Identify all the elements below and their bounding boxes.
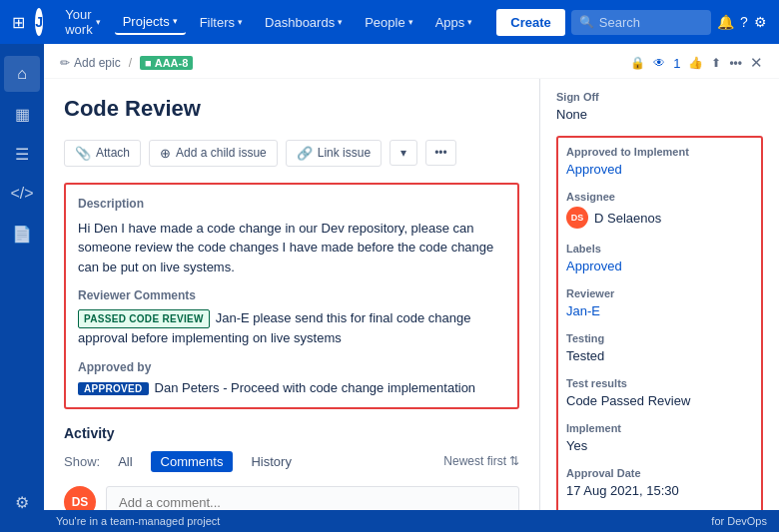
description-label: Description xyxy=(78,197,505,211)
more-options-icon[interactable]: ••• xyxy=(729,56,742,70)
filters-nav[interactable]: Filters ▾ xyxy=(192,11,251,34)
your-work-chevron: ▾ xyxy=(96,17,101,27)
breadcrumb: ✏ Add epic / ■ AAA-8 🔒 👁 1 👍 ⬆ ••• ✕ xyxy=(44,44,779,79)
main-content: ✏ Add epic / ■ AAA-8 🔒 👁 1 👍 ⬆ ••• ✕ Cod… xyxy=(44,44,779,532)
assignee-avatar: DS xyxy=(566,207,588,229)
implement-value: Yes xyxy=(566,438,753,453)
all-tab[interactable]: All xyxy=(108,451,142,472)
assignee-name[interactable]: D Selaenos xyxy=(594,211,661,226)
breadcrumb-separator: / xyxy=(129,56,132,70)
sidebar-settings-icon[interactable]: ⚙ xyxy=(4,484,40,520)
logo[interactable]: J xyxy=(35,8,43,36)
dashboards-chevron: ▾ xyxy=(338,17,343,27)
thumbs-up-icon[interactable]: 👍 xyxy=(688,56,703,70)
attach-button[interactable]: 📎 Attach xyxy=(64,140,141,167)
assignee-label: Assignee xyxy=(566,191,753,203)
assignee-row: DS D Selaenos xyxy=(566,207,753,229)
labels-group: Labels Approved xyxy=(566,243,753,273)
projects-chevron: ▾ xyxy=(173,16,178,26)
status-right: for DevOps xyxy=(711,515,767,527)
apps-chevron: ▾ xyxy=(467,17,472,27)
approved-to-implement-value[interactable]: Approved xyxy=(566,162,753,177)
your-work-nav[interactable]: Your work ▾ xyxy=(57,3,108,41)
test-results-group: Test results Code Passed Review xyxy=(566,377,753,408)
topnav: ⊞ J Your work ▾ Projects ▾ Filters ▾ Das… xyxy=(0,0,779,44)
share-icon[interactable]: ⬆ xyxy=(711,56,721,70)
apps-nav[interactable]: Apps ▾ xyxy=(427,11,481,34)
labels-label: Labels xyxy=(566,243,753,255)
status-text: You're in a team-managed project xyxy=(56,515,220,527)
labels-value[interactable]: Approved xyxy=(566,259,753,273)
history-tab[interactable]: History xyxy=(241,451,301,472)
left-sidebar: ⌂ ▦ ☰ </> 📄 ⚙ xyxy=(0,44,44,532)
reviewer-comment-text: PASSED CODE REVIEWJan-E please send this… xyxy=(78,308,505,348)
implement-label: Implement xyxy=(566,422,753,434)
pencil-icon: ✏ xyxy=(60,56,70,70)
add-epic-link[interactable]: ✏ Add epic xyxy=(60,56,121,70)
implement-group: Implement Yes xyxy=(566,422,753,453)
passed-code-review-badge: PASSED CODE REVIEW xyxy=(78,309,210,328)
approval-date-value: 17 Aug 2021, 15:30 xyxy=(566,483,753,498)
sidebar-code-icon[interactable]: </> xyxy=(4,176,40,212)
testing-label: Testing xyxy=(566,332,753,344)
watch-count: 1 xyxy=(673,56,680,71)
comments-tab[interactable]: Comments xyxy=(151,451,234,472)
grid-icon[interactable]: ⊞ xyxy=(12,13,25,32)
add-child-issue-button[interactable]: ⊕ Add a child issue xyxy=(149,140,278,167)
sort-icon: ⇅ xyxy=(509,454,519,468)
description-text: Hi Den I have made a code change in our … xyxy=(78,219,505,277)
close-icon[interactable]: ✕ xyxy=(750,54,763,72)
reviewer-value[interactable]: Jan-E xyxy=(566,303,753,318)
approved-badge: APPROVED xyxy=(78,382,149,395)
notifications-icon[interactable]: 🔔 xyxy=(717,8,734,36)
description-box: Description Hi Den I have made a code ch… xyxy=(64,183,519,409)
testing-value: Tested xyxy=(566,348,753,363)
sidebar-board-icon[interactable]: ▦ xyxy=(4,96,40,132)
more-actions-button[interactable]: ••• xyxy=(425,140,456,166)
settings-icon[interactable]: ⚙ xyxy=(754,8,767,36)
child-issue-icon: ⊕ xyxy=(160,146,171,161)
test-results-label: Test results xyxy=(566,377,753,389)
people-chevron: ▾ xyxy=(408,17,413,27)
approval-date-label: Approval Date xyxy=(566,467,753,479)
issue-title: Code Review xyxy=(64,95,519,124)
sign-off-label: Sign Off xyxy=(556,91,763,103)
watch-icon[interactable]: 👁 xyxy=(653,56,665,70)
sign-off-area: Sign Off None xyxy=(556,91,763,122)
status-bar: You're in a team-managed project for Dev… xyxy=(44,510,779,532)
approved-to-implement-label: Approved to Implement xyxy=(566,146,753,158)
search-input[interactable] xyxy=(571,10,711,35)
link-icon: 🔗 xyxy=(297,146,313,161)
issue-area: Code Review 📎 Attach ⊕ Add a child issue… xyxy=(44,79,779,532)
show-label: Show: xyxy=(64,454,100,469)
create-button[interactable]: Create xyxy=(496,9,564,36)
link-issue-button[interactable]: 🔗 Link issue xyxy=(286,140,382,167)
reviewer-group: Reviewer Jan-E xyxy=(566,287,753,318)
reviewer-comments-label: Reviewer Comments xyxy=(78,288,505,302)
sidebar-home-icon[interactable]: ⌂ xyxy=(4,56,40,92)
approved-by-label: Approved by xyxy=(78,360,505,374)
lock-icon[interactable]: 🔒 xyxy=(630,56,645,70)
newest-first-sort[interactable]: Newest first ⇅ xyxy=(443,454,519,468)
reviewer-field-label: Reviewer xyxy=(566,287,753,299)
issue-right-panel: Sign Off None Approved to Implement Appr… xyxy=(539,79,779,532)
search-wrap: 🔍 xyxy=(571,10,711,35)
testing-group: Testing Tested xyxy=(566,332,753,363)
people-nav[interactable]: People ▾ xyxy=(357,11,420,34)
assignee-group: Assignee DS D Selaenos xyxy=(566,191,753,229)
show-row: Show: All Comments History Newest first … xyxy=(64,451,519,472)
help-icon[interactable]: ? xyxy=(740,8,748,36)
issue-type-icon: ■ xyxy=(145,57,152,69)
projects-nav[interactable]: Projects ▾ xyxy=(115,10,186,35)
approval-date-group: Approval Date 17 Aug 2021, 15:30 xyxy=(566,467,753,498)
sidebar-backlog-icon[interactable]: ☰ xyxy=(4,136,40,172)
dashboards-nav[interactable]: Dashboards ▾ xyxy=(257,11,351,34)
attach-icon: 📎 xyxy=(75,146,91,161)
approved-to-implement-group: Approved to Implement Approved xyxy=(566,146,753,177)
sidebar-bordered-section: Approved to Implement Approved Assignee … xyxy=(556,136,763,522)
expand-button[interactable]: ▾ xyxy=(390,140,417,166)
sidebar-pages-icon[interactable]: 📄 xyxy=(4,216,40,252)
test-results-value: Code Passed Review xyxy=(566,393,753,408)
breadcrumb-issue-id[interactable]: ■ AAA-8 xyxy=(140,56,193,70)
issue-left-panel: Code Review 📎 Attach ⊕ Add a child issue… xyxy=(44,79,539,532)
